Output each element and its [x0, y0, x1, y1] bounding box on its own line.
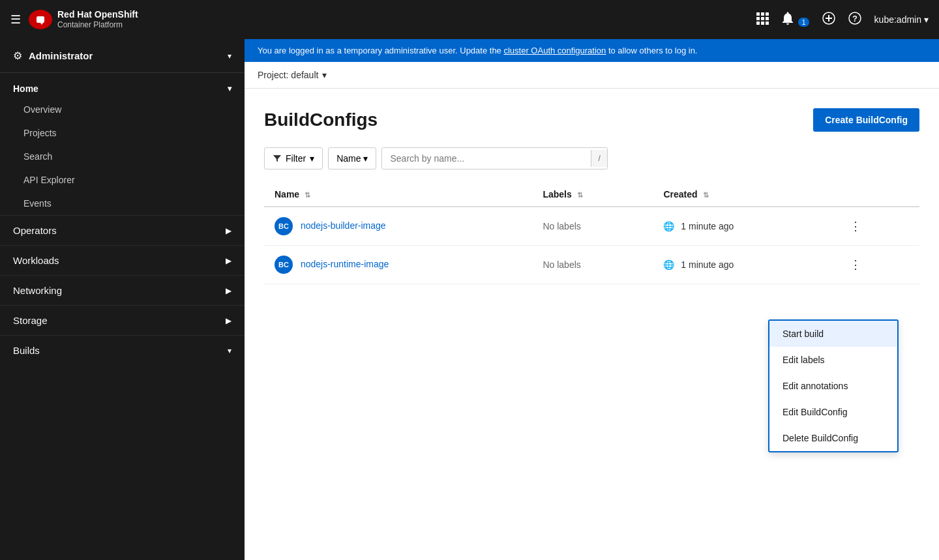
svg-rect-5 [761, 17, 764, 20]
context-menu-delete-buildconfig[interactable]: Delete BuildConfig [769, 425, 897, 451]
row1-labels-cell: No labels [532, 207, 653, 246]
row1-globe-icon: 🌐 [663, 221, 674, 231]
banner-text-before: You are logged in as a temporary adminis… [258, 46, 503, 55]
sidebar-item-search[interactable]: Search [0, 145, 245, 168]
nav-left: ☰ Red Hat OpenShift Container Platform [10, 9, 138, 29]
workloads-label: Workloads [13, 255, 59, 266]
row1-kebab-button[interactable]: ⋮ [844, 216, 867, 236]
row2-badge: BC [275, 256, 293, 274]
name-chevron-icon: ▾ [363, 153, 368, 164]
nav-right: 1 ? kube:admin ▾ [756, 12, 929, 28]
home-chevron-icon: ▾ [228, 84, 231, 93]
project-selector[interactable]: Project: default ▾ [258, 70, 327, 80]
redhat-logo-icon [29, 10, 52, 29]
role-chevron-icon: ▾ [228, 52, 231, 61]
oauth-config-link[interactable]: cluster OAuth configuration [503, 46, 606, 55]
svg-rect-7 [756, 22, 760, 25]
help-icon[interactable]: ? [848, 12, 861, 28]
row1-created-cell: 🌐 1 minute ago [653, 207, 834, 246]
role-selector[interactable]: ⚙ Administrator ▾ [0, 39, 245, 73]
svg-rect-8 [761, 22, 764, 25]
page-title: BuildConfigs [264, 110, 378, 130]
row2-labels-cell: No labels [532, 246, 653, 284]
main-layout: ⚙ Administrator ▾ Home ▾ Overview Projec… [0, 39, 939, 560]
filter-bar: Filter ▾ Name ▾ / [264, 147, 919, 169]
filter-label: Filter [286, 153, 306, 164]
sidebar-item-projects[interactable]: Projects [0, 121, 245, 145]
row1-created-value: 1 minute ago [681, 221, 734, 231]
labels-sort-icon: ⇅ [577, 191, 583, 199]
svg-rect-3 [766, 12, 769, 16]
notification-icon[interactable]: 1 [782, 12, 809, 28]
project-chevron-icon: ▾ [322, 70, 327, 80]
filter-icon [273, 154, 282, 163]
context-menu: Start build Edit labels Edit annotations… [768, 319, 899, 452]
row2-created-cell: 🌐 1 minute ago [653, 246, 834, 284]
main-content: You are logged in as a temporary adminis… [245, 39, 939, 560]
project-bar: Project: default ▾ [245, 62, 939, 89]
notification-badge: 1 [798, 18, 809, 27]
project-label: Project: default [258, 70, 318, 80]
brand-logo: Red Hat OpenShift Container Platform [29, 9, 138, 29]
networking-chevron-icon: ▶ [226, 286, 231, 295]
context-menu-edit-labels[interactable]: Edit labels [769, 347, 897, 373]
sidebar-item-api-explorer[interactable]: API Explorer [0, 168, 245, 192]
name-filter-select[interactable]: Name ▾ [328, 147, 376, 169]
row2-kebab-button[interactable]: ⋮ [844, 255, 867, 274]
context-menu-edit-buildconfig[interactable]: Edit BuildConfig [769, 399, 897, 425]
page-header: BuildConfigs Create BuildConfig [264, 108, 919, 132]
sidebar-item-events[interactable]: Events [0, 192, 245, 215]
sidebar-item-workloads[interactable]: Workloads ▶ [0, 245, 245, 275]
sidebar-item-networking[interactable]: Networking ▶ [0, 275, 245, 305]
networking-label: Networking [13, 285, 62, 296]
role-label: Administrator [29, 50, 221, 61]
create-buildconfig-button[interactable]: Create BuildConfig [813, 108, 919, 132]
search-input-wrapper: / [381, 147, 607, 169]
gear-icon: ⚙ [13, 50, 22, 62]
hamburger-icon[interactable]: ☰ [10, 12, 21, 27]
row1-name-link[interactable]: nodejs-builder-image [301, 220, 386, 231]
row2-name-link[interactable]: nodejs-runtime-image [301, 259, 389, 269]
svg-rect-6 [766, 17, 769, 20]
brand-subtitle: Container Platform [57, 20, 138, 29]
search-shortcut: / [591, 150, 606, 167]
created-sort-icon: ⇅ [703, 191, 709, 199]
user-menu[interactable]: kube:admin ▾ [874, 14, 929, 25]
svg-rect-4 [756, 17, 760, 20]
builds-chevron-icon: ▾ [228, 346, 231, 355]
sidebar: ⚙ Administrator ▾ Home ▾ Overview Projec… [0, 39, 245, 560]
row1-actions-cell: ⋮ [834, 207, 919, 246]
sidebar-item-overview[interactable]: Overview [0, 98, 245, 121]
sidebar-section-home[interactable]: Home ▾ [0, 73, 245, 98]
row2-actions-cell: ⋮ [834, 246, 919, 284]
context-menu-edit-annotations[interactable]: Edit annotations [769, 373, 897, 399]
brand-name: Red Hat OpenShift [57, 9, 138, 20]
sidebar-item-storage[interactable]: Storage ▶ [0, 305, 245, 335]
user-label: kube:admin [874, 14, 921, 25]
buildconfigs-table: Name ⇅ Labels ⇅ Created ⇅ [264, 183, 919, 284]
storage-chevron-icon: ▶ [226, 316, 231, 325]
sidebar-item-builds[interactable]: Builds ▾ [0, 335, 245, 365]
apps-icon[interactable] [756, 12, 769, 28]
storage-label: Storage [13, 315, 48, 326]
col-header-actions [834, 183, 919, 207]
svg-text:?: ? [852, 14, 857, 23]
context-menu-start-build[interactable]: Start build [769, 321, 897, 347]
row2-globe-icon: 🌐 [663, 259, 674, 270]
workloads-chevron-icon: ▶ [226, 256, 231, 265]
name-filter-label: Name [336, 153, 361, 164]
sidebar-item-operators[interactable]: Operators ▶ [0, 215, 245, 245]
row2-name-cell: BC nodejs-runtime-image [264, 246, 532, 284]
col-header-labels[interactable]: Labels ⇅ [532, 183, 653, 207]
row2-created-value: 1 minute ago [681, 259, 734, 270]
search-input[interactable] [382, 148, 591, 169]
col-header-created[interactable]: Created ⇅ [653, 183, 834, 207]
filter-button[interactable]: Filter ▾ [264, 147, 323, 169]
filter-chevron-icon: ▾ [310, 153, 314, 164]
col-header-name[interactable]: Name ⇅ [264, 183, 532, 207]
user-chevron-icon: ▾ [924, 14, 929, 25]
operators-chevron-icon: ▶ [226, 226, 231, 235]
banner-text-after: to allow others to log in. [608, 46, 698, 55]
add-icon[interactable] [822, 12, 835, 28]
svg-rect-9 [766, 22, 769, 25]
